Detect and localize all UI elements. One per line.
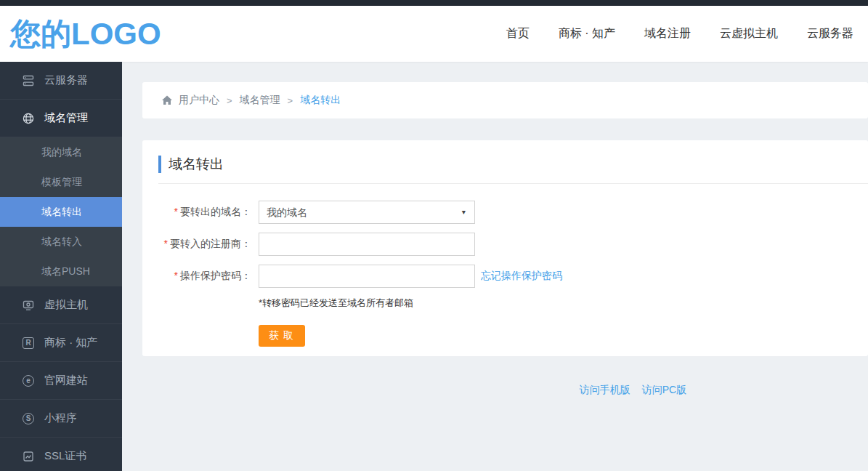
sidebar-item-ssl-certificate[interactable]: SSL证书 xyxy=(0,438,122,471)
transfer-out-form: *要转出的域名： 我的域名 ▼ *要转入的注册商： *操作保护密码： xyxy=(142,201,868,347)
sidebar-item-cloud-server[interactable]: 云服务器 xyxy=(0,62,122,100)
sidebar-item-trademark[interactable]: R 商标 · 知产 xyxy=(0,324,122,362)
title-accent-bar xyxy=(158,156,161,173)
sidebar: 云服务器 域名管理 我的域名 模板管理 域名转出 域名转入 域名PUSH 虚拟主 xyxy=(0,62,122,471)
panel-title-row: 域名转出 xyxy=(158,155,868,174)
trademark-icon: R xyxy=(22,337,35,350)
globe-icon xyxy=(22,112,35,125)
submenu-item-domain-transfer-in[interactable]: 域名转入 xyxy=(0,227,122,257)
domain-select-wrap: 我的域名 ▼ xyxy=(259,201,475,224)
breadcrumb-user-center[interactable]: 用户中心 xyxy=(179,94,219,107)
registrar-input[interactable] xyxy=(259,233,475,256)
required-mark: * xyxy=(164,238,168,249)
sidebar-item-website-builder[interactable]: e 官网建站 xyxy=(0,362,122,400)
mobile-version-link[interactable]: 访问手机版 xyxy=(580,384,630,395)
required-mark: * xyxy=(174,206,178,217)
registrar-label: *要转入的注册商： xyxy=(142,238,251,251)
sidebar-item-label: 商标 · 知产 xyxy=(44,336,97,350)
transfer-password-note: *转移密码已经发送至域名所有者邮箱 xyxy=(259,297,868,310)
sidebar-item-domain-management[interactable]: 域名管理 xyxy=(0,100,122,137)
nav-item-cloud-server[interactable]: 云服务器 xyxy=(807,26,853,41)
main-content: 用户中心 > 域名管理 > 域名转出 域名转出 *要转出的域名： 我的域名 ▼ xyxy=(122,62,868,471)
nav-item-domain-register[interactable]: 域名注册 xyxy=(644,26,691,41)
get-button[interactable]: 获取 xyxy=(259,325,305,347)
breadcrumb-domain-management[interactable]: 域名管理 xyxy=(240,94,280,107)
protection-password-label: *操作保护密码： xyxy=(142,270,251,283)
form-row-registrar: *要转入的注册商： xyxy=(142,233,868,256)
breadcrumb-separator: > xyxy=(288,95,293,106)
submenu-item-my-domains[interactable]: 我的域名 xyxy=(0,137,122,167)
submenu-item-template-management[interactable]: 模板管理 xyxy=(0,167,122,197)
page-title: 域名转出 xyxy=(169,155,224,174)
footer-links: 访问手机版 访问PC版 xyxy=(122,384,868,397)
home-icon xyxy=(161,94,173,106)
form-row-protection-password: *操作保护密码： 忘记操作保护密码 xyxy=(142,265,868,288)
host-icon xyxy=(22,299,35,312)
top-nav: 首页 商标 · 知产 域名注册 云虚拟主机 云服务器 xyxy=(506,26,853,41)
sidebar-item-label: 域名管理 xyxy=(44,111,88,125)
server-icon xyxy=(22,74,35,87)
breadcrumb-separator: > xyxy=(227,95,232,106)
top-strip xyxy=(0,0,868,6)
miniprogram-icon: S xyxy=(22,412,35,425)
breadcrumb-domain-transfer-out[interactable]: 域名转出 xyxy=(300,94,341,107)
pc-version-link[interactable]: 访问PC版 xyxy=(642,384,686,395)
nav-item-trademark[interactable]: 商标 · 知产 xyxy=(559,26,615,41)
nav-item-cloud-virtual-host[interactable]: 云虚拟主机 xyxy=(720,26,778,41)
breadcrumb: 用户中心 > 域名管理 > 域名转出 xyxy=(142,82,868,118)
header: 您的LOGO 首页 商标 · 知产 域名注册 云虚拟主机 云服务器 xyxy=(0,6,868,62)
certificate-icon xyxy=(22,450,35,463)
sidebar-item-label: 小程序 xyxy=(44,411,77,425)
sidebar-item-mini-program[interactable]: S 小程序 xyxy=(0,400,122,438)
required-mark: * xyxy=(174,270,178,281)
submenu-item-domain-push[interactable]: 域名PUSH xyxy=(0,257,122,286)
website-icon: e xyxy=(22,374,35,387)
sidebar-item-label: 官网建站 xyxy=(44,374,88,387)
submenu-item-domain-transfer-out[interactable]: 域名转出 xyxy=(0,197,122,227)
sidebar-item-label: 云服务器 xyxy=(44,73,88,87)
form-row-domain: *要转出的域名： 我的域名 ▼ xyxy=(142,201,868,224)
nav-item-home[interactable]: 首页 xyxy=(506,26,530,41)
domain-transfer-panel: 域名转出 *要转出的域名： 我的域名 ▼ *要转入的注册商： xyxy=(142,140,868,356)
protection-password-input[interactable] xyxy=(259,265,475,288)
sidebar-item-virtual-host[interactable]: 虚拟主机 xyxy=(0,286,122,324)
sidebar-item-label: 虚拟主机 xyxy=(44,298,88,312)
sidebar-item-label: SSL证书 xyxy=(44,449,86,463)
domain-select[interactable]: 我的域名 xyxy=(259,201,475,224)
forgot-protection-password-link[interactable]: 忘记操作保护密码 xyxy=(481,270,562,283)
logo[interactable]: 您的LOGO xyxy=(10,19,161,49)
domain-management-submenu: 我的域名 模板管理 域名转出 域名转入 域名PUSH xyxy=(0,137,122,286)
domain-select-label: *要转出的域名： xyxy=(142,206,251,219)
panel-divider xyxy=(158,183,868,184)
